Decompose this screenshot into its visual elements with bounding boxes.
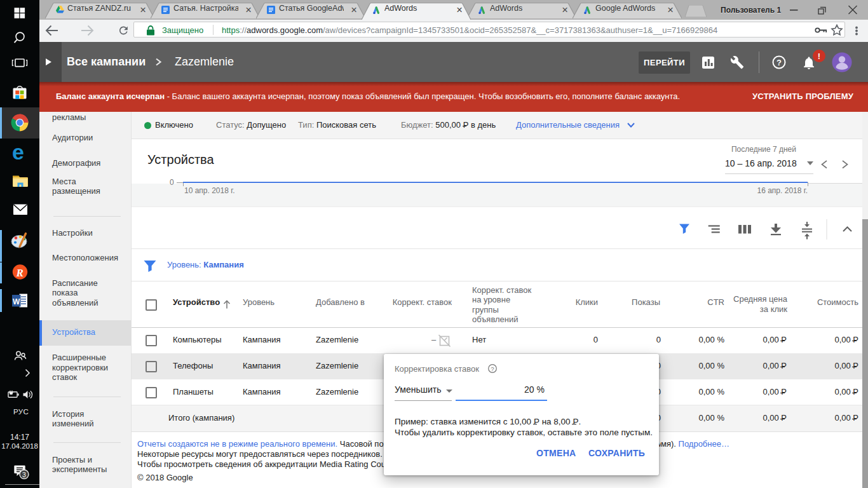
svg-text:?: ?	[776, 58, 782, 67]
svg-text:e: e	[12, 140, 24, 164]
svg-text:W: W	[13, 297, 20, 306]
svg-text:!: !	[818, 51, 820, 61]
svg-text:R: R	[16, 267, 24, 279]
svg-text:3: 3	[22, 471, 26, 478]
svg-text:?: ?	[491, 365, 494, 372]
